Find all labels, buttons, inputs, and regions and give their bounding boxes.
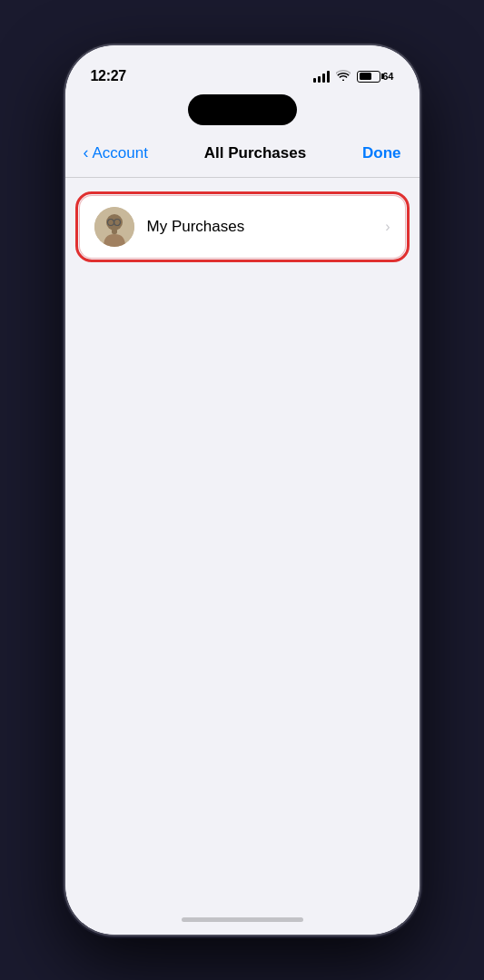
screen: 12:27 [65, 45, 420, 935]
nav-bar: ‹ Account All Purchases Done [65, 129, 420, 178]
status-bar: 12:27 [65, 45, 420, 94]
battery-icon [357, 71, 380, 83]
home-indicator [65, 904, 420, 935]
content-area: My Purchases › [65, 178, 420, 904]
my-purchases-label: My Purchases [147, 218, 373, 236]
back-label: Account [93, 144, 148, 162]
wifi-icon [336, 70, 351, 83]
phone-frame: 12:27 [65, 45, 420, 935]
dynamic-island [188, 94, 297, 125]
avatar [94, 207, 134, 247]
battery-container: 64 [357, 71, 393, 83]
back-button[interactable]: ‹ Account [84, 144, 148, 162]
status-icons: 64 [313, 70, 393, 83]
svg-rect-5 [112, 229, 117, 234]
battery-fill [360, 73, 372, 80]
signal-bar-4 [327, 71, 330, 83]
row-chevron-icon: › [385, 219, 390, 235]
done-button[interactable]: Done [362, 144, 401, 162]
status-time: 12:27 [91, 68, 126, 84]
back-chevron-icon: ‹ [84, 143, 89, 162]
my-purchases-row[interactable]: My Purchases › [80, 196, 405, 258]
page-title: All Purchases [204, 144, 306, 162]
signal-bar-1 [313, 78, 316, 83]
signal-bar-2 [318, 76, 321, 83]
signal-bar-3 [322, 74, 325, 83]
signal-bars-icon [313, 70, 330, 83]
home-bar [182, 917, 303, 922]
